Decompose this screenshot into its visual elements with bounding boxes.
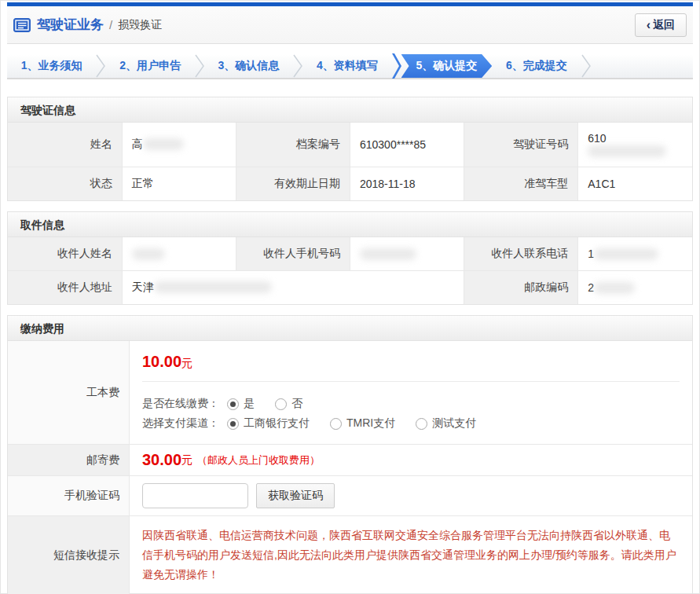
status-label: 状态 xyxy=(8,167,122,201)
step-1-label: 1、业务须知 xyxy=(21,59,82,73)
mail-fee-value: 30.00元 （邮政人员上门收取费用） xyxy=(130,445,692,475)
page-header: 驾驶证业务 / 损毁换证 ‹ 返回 xyxy=(7,6,693,44)
pickup-info-title: 取件信息 xyxy=(8,212,692,237)
license-number-label: 驾驶证号码 xyxy=(464,123,578,167)
channel-tmri-option[interactable]: TMRI支付 xyxy=(330,416,395,431)
channel-tmri-label: TMRI支付 xyxy=(346,416,395,431)
fees-section: 缴纳费用 工本费 10.00元 是否在线缴费： 是 xyxy=(7,315,693,594)
recipient-phone-value: 1 xyxy=(578,237,692,271)
mail-fee-label: 邮寄费 xyxy=(8,445,130,475)
license-business-icon xyxy=(13,18,31,32)
recipient-phone-label: 收件人联系电话 xyxy=(464,237,578,271)
name-value: 高 xyxy=(122,123,236,167)
recipient-address-value: 天津 xyxy=(122,271,464,305)
step-5-active[interactable]: 5、确认提交 xyxy=(401,54,493,78)
work-fee-value: 10.00元 是否在线缴费： 是 否 xyxy=(130,341,692,444)
step-separator-icon xyxy=(96,54,105,78)
step-separator-icon xyxy=(581,54,591,78)
payment-channel-question: 选择支付渠道： xyxy=(142,416,219,431)
step-wizard: 1、业务须知 2、用户申告 3、确认信息 4、资料填写 5、确认提交 6、完成提… xyxy=(7,54,693,79)
breadcrumb-divider: / xyxy=(109,18,112,31)
back-button-label: 返回 xyxy=(653,18,675,32)
step-separator-icon xyxy=(293,54,302,78)
sms-code-value: 获取验证码 xyxy=(130,476,692,515)
radio-checked-icon[interactable] xyxy=(227,418,239,430)
status-value: 正常 xyxy=(122,167,236,201)
vehicle-class-value: A1C1 xyxy=(578,167,692,201)
postal-code-value: 2 xyxy=(578,271,692,305)
work-fee-row: 工本费 10.00元 是否在线缴费： 是 否 xyxy=(8,341,692,445)
step-2[interactable]: 2、用户申告 xyxy=(105,54,194,78)
file-number-value: 610300****85 xyxy=(350,123,464,167)
step-1[interactable]: 1、业务须知 xyxy=(7,54,96,78)
mail-fee-note: （邮政人员上门收取费用） xyxy=(197,453,320,468)
redacted-blur xyxy=(594,282,635,294)
get-sms-code-button[interactable]: 获取验证码 xyxy=(256,483,335,508)
work-fee-amount-number: 10.00 xyxy=(142,353,181,370)
license-info-table: 姓名 高 档案编号 610300****85 驾驶证号码 610 状态 正常 有… xyxy=(8,123,692,200)
license-number-value: 610 xyxy=(578,123,692,167)
sms-notice-text: 因陕西省联通、电信运营商技术问题，陕西省互联网交通安全综合服务管理平台无法向持陕… xyxy=(130,516,692,594)
table-row: 收件人地址 天津 邮政编码 2 xyxy=(8,271,692,305)
radio-checked-icon[interactable] xyxy=(227,398,239,410)
mail-fee-amount-unit: 元 xyxy=(181,453,192,468)
sms-notice-row: 短信接收提示 因陕西省联通、电信运营商技术问题，陕西省互联网交通安全综合服务管理… xyxy=(8,516,692,594)
recipient-name-value xyxy=(122,237,236,271)
work-fee-amount: 10.00元 xyxy=(142,341,680,382)
page-title: 驾驶证业务 xyxy=(37,16,104,34)
back-chevron-icon: ‹ xyxy=(647,18,651,32)
channel-icbc-label: 工商银行支付 xyxy=(244,416,310,431)
redacted-blur xyxy=(143,138,184,150)
sms-code-input[interactable] xyxy=(142,483,248,508)
online-yes-label: 是 xyxy=(244,397,255,411)
step-4-label: 4、资料填写 xyxy=(317,59,378,73)
step-3[interactable]: 3、确认信息 xyxy=(204,54,293,78)
online-yes-option[interactable]: 是 xyxy=(227,397,255,411)
recipient-address-label: 收件人地址 xyxy=(8,271,122,305)
redacted-blur xyxy=(588,145,666,157)
step-4[interactable]: 4、资料填写 xyxy=(302,54,391,78)
sms-code-row: 手机验证码 获取验证码 xyxy=(8,476,692,516)
back-button[interactable]: ‹ 返回 xyxy=(635,13,687,37)
breadcrumb-current: 损毁换证 xyxy=(118,18,162,32)
license-info-section: 驾驶证信息 姓名 高 档案编号 610300****85 驾驶证号码 610 状… xyxy=(7,97,693,201)
mail-fee-row: 邮寄费 30.00元 （邮政人员上门收取费用） xyxy=(8,445,692,476)
channel-icbc-option[interactable]: 工商银行支付 xyxy=(227,416,310,431)
work-fee-amount-unit: 元 xyxy=(181,357,192,369)
online-payment-question: 是否在线缴费： xyxy=(142,397,219,411)
recipient-name-label: 收件人姓名 xyxy=(8,237,122,271)
mail-fee-amount-number: 30.00 xyxy=(142,451,181,469)
channel-test-option[interactable]: 测试支付 xyxy=(416,416,476,431)
work-fee-label: 工本费 xyxy=(8,341,130,444)
step-5-label: 5、确认提交 xyxy=(416,59,477,73)
step-filler xyxy=(591,54,693,78)
sms-notice-label: 短信接收提示 xyxy=(8,516,130,594)
step-separator-active-icon xyxy=(392,54,401,78)
redacted-blur xyxy=(594,248,658,260)
step-separator-icon xyxy=(195,54,204,78)
radio-unchecked-icon[interactable] xyxy=(330,418,342,430)
online-no-option[interactable]: 否 xyxy=(275,397,302,411)
step-2-label: 2、用户申告 xyxy=(119,59,181,73)
vehicle-class-label: 准驾车型 xyxy=(464,167,578,201)
pickup-info-table: 收件人姓名 收件人手机号码 收件人联系电话 1 收件人地址 天津 邮政编码 2 xyxy=(8,237,692,304)
page: 驾驶证业务 / 损毁换证 ‹ 返回 1、业务须知 2、用户申告 3、确认信息 4… xyxy=(0,0,700,594)
radio-unchecked-icon[interactable] xyxy=(416,418,427,430)
table-row: 收件人姓名 收件人手机号码 收件人联系电话 1 xyxy=(8,237,692,271)
name-label: 姓名 xyxy=(8,123,122,167)
postal-code-label: 邮政编码 xyxy=(464,271,578,305)
payment-channel-question-row: 选择支付渠道： 工商银行支付 TMRI支付 测试支付 xyxy=(142,416,680,431)
redacted-blur xyxy=(132,248,165,260)
license-info-title: 驾驶证信息 xyxy=(8,97,692,123)
step-6[interactable]: 6、完成提交 xyxy=(492,54,581,78)
table-row: 状态 正常 有效期止日期 2018-11-18 准驾车型 A1C1 xyxy=(8,167,692,201)
expiry-date-label: 有效期止日期 xyxy=(236,167,350,201)
redacted-blur xyxy=(360,248,416,260)
radio-unchecked-icon[interactable] xyxy=(275,398,287,410)
pickup-info-section: 取件信息 收件人姓名 收件人手机号码 收件人联系电话 1 收件人地址 天津 邮政… xyxy=(7,211,693,305)
payment-options: 是否在线缴费： 是 否 选择支付渠道： xyxy=(142,382,680,444)
online-payment-question-row: 是否在线缴费： 是 否 xyxy=(142,397,680,411)
recipient-mobile-label: 收件人手机号码 xyxy=(236,237,350,271)
file-number-label: 档案编号 xyxy=(236,123,350,167)
sms-code-label: 手机验证码 xyxy=(8,476,130,515)
